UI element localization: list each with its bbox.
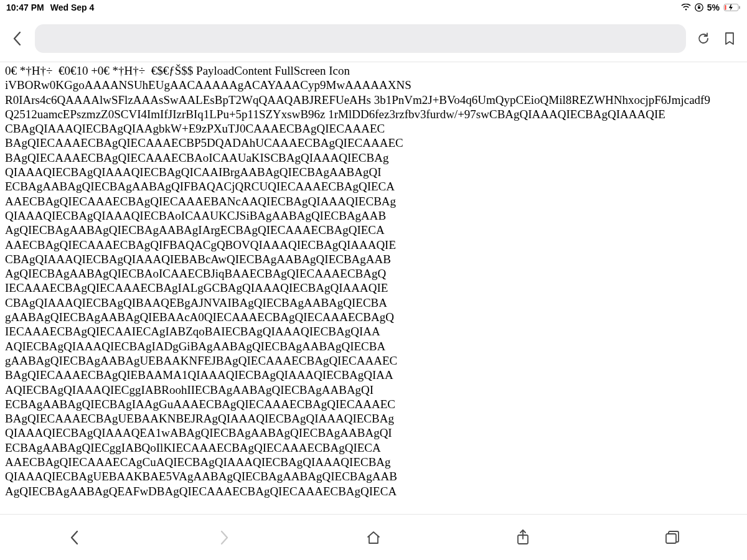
orientation-lock-icon bbox=[695, 3, 703, 12]
wifi-icon bbox=[681, 4, 691, 11]
status-right: 5% bbox=[681, 2, 741, 12]
page-body-text: 0€ *†H†÷ €0€10 +0€ *†H†÷ €$€ƒŠ$$ Payload… bbox=[5, 63, 742, 498]
battery-percent: 5% bbox=[707, 2, 720, 12]
date: Wed Sep 4 bbox=[50, 2, 95, 12]
address-input[interactable] bbox=[44, 33, 677, 44]
svg-rect-3 bbox=[725, 5, 726, 10]
reload-button[interactable] bbox=[695, 30, 712, 47]
chrome-right bbox=[695, 30, 738, 47]
bookmark-button[interactable] bbox=[721, 30, 738, 47]
nav-back-button[interactable] bbox=[9, 30, 26, 47]
svg-rect-6 bbox=[666, 534, 676, 543]
toolbar-tabs-button[interactable] bbox=[660, 525, 685, 550]
toolbar-forward-button[interactable] bbox=[212, 525, 237, 550]
address-bar[interactable] bbox=[35, 24, 686, 53]
battery-icon bbox=[723, 3, 741, 12]
clock: 10:47 PM bbox=[6, 2, 44, 12]
page-viewport[interactable]: 0€ *†H†÷ €0€10 +0€ *†H†÷ €$€ƒŠ$$ Payload… bbox=[0, 62, 747, 514]
svg-rect-1 bbox=[698, 7, 700, 9]
status-left: 10:47 PM Wed Sep 4 bbox=[6, 2, 94, 12]
bottom-toolbar bbox=[0, 514, 747, 560]
toolbar-home-button[interactable] bbox=[361, 525, 386, 550]
toolbar-back-button[interactable] bbox=[62, 525, 87, 550]
status-bar: 10:47 PM Wed Sep 4 5% bbox=[0, 0, 747, 15]
toolbar-share-button[interactable] bbox=[510, 525, 535, 550]
browser-chrome bbox=[0, 15, 747, 62]
svg-rect-4 bbox=[739, 6, 740, 9]
